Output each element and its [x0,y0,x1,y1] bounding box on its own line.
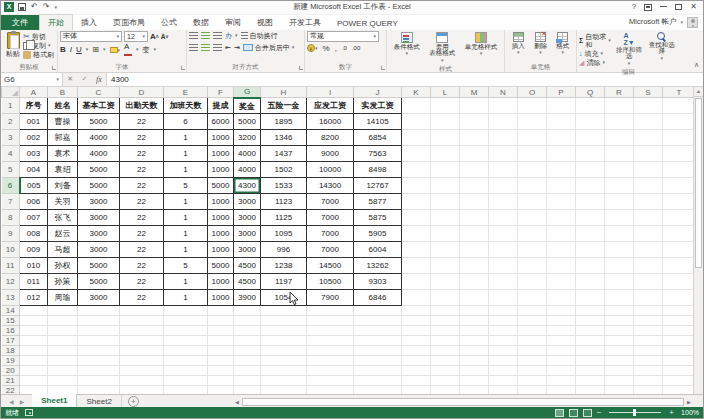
cell-M20[interactable] [460,366,489,376]
cell-J14[interactable] [354,306,402,316]
col-header-D[interactable]: D [120,87,164,98]
cell-Q7[interactable] [576,194,605,210]
cell-K19[interactable] [402,356,431,366]
cell-B18[interactable] [48,346,78,356]
copy-button[interactable]: 复制▾ [23,42,54,50]
cell-A2[interactable]: 001 [20,114,48,130]
cell-D13[interactable]: 22 [120,290,164,306]
ribbon-tab-7[interactable]: 视图 [249,15,281,30]
cell-D4[interactable]: 22 [120,146,164,162]
cell-G15[interactable] [234,316,261,326]
cell-C7[interactable]: 3000 [78,194,120,210]
cell-D18[interactable] [120,346,164,356]
cell-K4[interactable] [402,146,431,162]
cell-Q21[interactable] [576,376,605,386]
cell-J1[interactable]: 实发工资 [354,98,402,114]
cell-L10[interactable] [431,242,460,258]
cell-K11[interactable] [402,258,431,274]
cell-D17[interactable] [120,336,164,346]
cell-Q12[interactable] [576,274,605,290]
fill-color-button[interactable]: ▾ [110,46,121,53]
cell-G14[interactable] [234,306,261,316]
col-header-L[interactable]: L [431,87,460,98]
cell-K12[interactable] [402,274,431,290]
cell-L9[interactable] [431,226,460,242]
cell-D10[interactable]: 22 [120,242,164,258]
bold-button[interactable]: B [60,45,66,54]
cell-C9[interactable]: 3000 [78,226,120,242]
cell-Q9[interactable] [576,226,605,242]
cell-A16[interactable] [20,326,48,336]
cell-H19[interactable] [261,356,307,366]
cell-Q8[interactable] [576,210,605,226]
italic-button[interactable]: I [70,45,72,54]
cell-D14[interactable] [120,306,164,316]
cell-I22[interactable] [307,386,354,394]
cell-S6[interactable] [634,178,663,194]
cell-D5[interactable]: 22 [120,162,164,178]
cell-N17[interactable] [489,336,518,346]
cell-P9[interactable] [547,226,576,242]
paste-button[interactable]: 粘贴 [3,31,23,58]
cell-L1[interactable] [431,98,460,114]
cell-T14[interactable] [663,306,696,316]
page-break-view-icon[interactable] [583,409,592,417]
cell-S2[interactable] [634,114,663,130]
cell-I15[interactable] [307,316,354,326]
cell-J22[interactable] [354,386,402,394]
cell-N20[interactable] [489,366,518,376]
col-header-P[interactable]: P [547,87,576,98]
account-area[interactable]: Microsoft 帐户 ▾ [629,17,698,28]
cell-N8[interactable] [489,210,518,226]
cell-C12[interactable]: 5000 [78,274,120,290]
cell-D11[interactable]: 22 [120,258,164,274]
cell-I4[interactable]: 9000 [307,146,354,162]
cell-R8[interactable] [605,210,634,226]
row-header-7[interactable]: 7 [2,194,20,210]
cell-R1[interactable] [605,98,634,114]
cell-S11[interactable] [634,258,663,274]
cell-B12[interactable]: 孙策 [48,274,78,290]
cell-N21[interactable] [489,376,518,386]
cell-S19[interactable] [634,356,663,366]
cell-S16[interactable] [634,326,663,336]
cell-F20[interactable] [208,366,234,376]
cell-H4[interactable]: 1437 [261,146,307,162]
cell-L5[interactable] [431,162,460,178]
cell-H21[interactable] [261,376,307,386]
cell-M10[interactable] [460,242,489,258]
cell-M13[interactable] [460,290,489,306]
cell-G9[interactable]: 3000 [234,226,261,242]
col-header-K[interactable]: K [402,87,431,98]
cell-B7[interactable]: 关羽 [48,194,78,210]
cell-G22[interactable] [234,386,261,394]
cell-Q4[interactable] [576,146,605,162]
cell-K16[interactable] [402,326,431,336]
cell-E11[interactable]: 5 [164,258,208,274]
number-format-select[interactable]: 常规▾ [307,31,379,42]
cell-P10[interactable] [547,242,576,258]
cell-I7[interactable]: 7000 [307,194,354,210]
cell-I6[interactable]: 14300 [307,178,354,194]
cell-J13[interactable]: 6846 [354,290,402,306]
font-name-select[interactable]: 宋体▾ [60,31,122,42]
cell-L6[interactable] [431,178,460,194]
cell-L14[interactable] [431,306,460,316]
cell-A21[interactable] [20,376,48,386]
cell-T13[interactable] [663,290,696,306]
cell-F10[interactable]: 1000 [208,242,234,258]
cell-B20[interactable] [48,366,78,376]
cell-O14[interactable] [518,306,547,316]
cell-H22[interactable] [261,386,307,394]
cell-B16[interactable] [48,326,78,336]
cell-N1[interactable] [489,98,518,114]
row-header-15[interactable]: 15 [2,316,20,326]
cell-P14[interactable] [547,306,576,316]
cell-A12[interactable]: 011 [20,274,48,290]
cell-F2[interactable]: 6000 [208,114,234,130]
cell-G19[interactable] [234,356,261,366]
cell-N4[interactable] [489,146,518,162]
cell-P13[interactable] [547,290,576,306]
cell-D12[interactable]: 22 [120,274,164,290]
cell-F22[interactable] [208,386,234,394]
